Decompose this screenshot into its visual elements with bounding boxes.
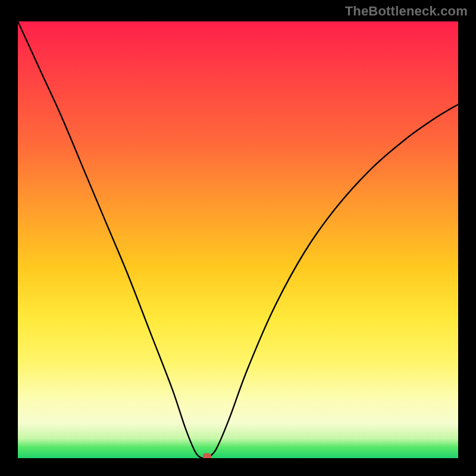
plot-area [18, 21, 458, 458]
plot-frame [15, 19, 461, 461]
chart-stage: TheBottleneck.com [0, 0, 476, 476]
min-point-marker [203, 453, 211, 459]
watermark-text: TheBottleneck.com [345, 4, 468, 19]
bottleneck-curve [18, 21, 458, 458]
